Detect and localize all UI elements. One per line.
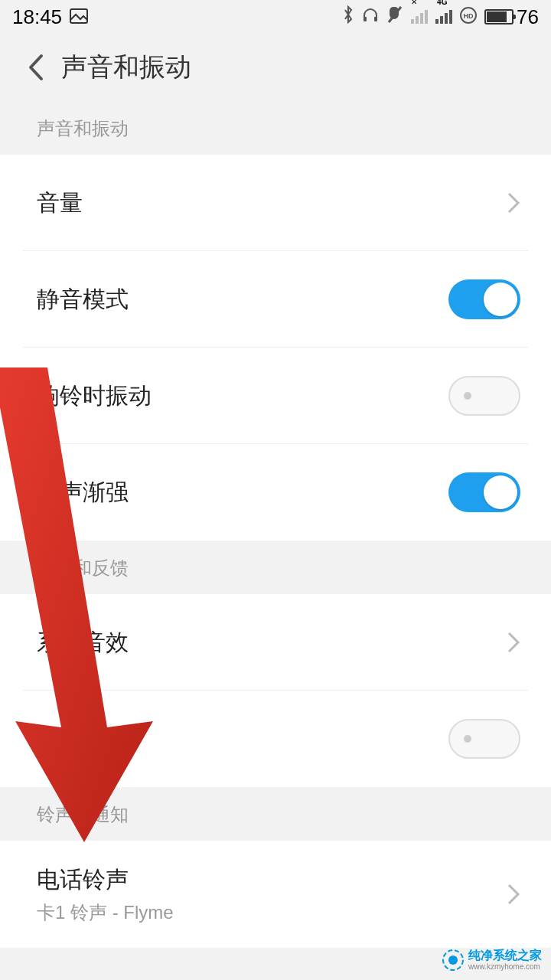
signal-icon-2: 4G	[435, 5, 452, 29]
list-ringtone: 电话铃声 卡1 铃声 - Flyme	[0, 841, 551, 948]
item-vibrate-on-ring[interactable]: 响铃时振动	[0, 348, 551, 444]
label-touch-feedback: 触摸反馈	[37, 724, 129, 755]
mute-icon	[386, 5, 403, 29]
bluetooth-icon	[342, 5, 354, 29]
signal-icon-1: ✕	[411, 5, 428, 29]
item-ascending-ringtone[interactable]: 铃声渐强	[0, 444, 551, 541]
label-system-sound: 系统音效	[37, 627, 129, 658]
label-silent-mode: 静音模式	[37, 284, 129, 315]
app-header: 声音和振动	[0, 34, 551, 101]
watermark-title: 纯净系统之家	[468, 949, 542, 962]
item-silent-mode[interactable]: 静音模式	[0, 251, 551, 348]
watermark: 纯净系统之家 www.kzmyhome.com	[442, 949, 542, 971]
section-header-ringtone: 铃声和通知	[0, 787, 551, 841]
label-vibrate-on-ring: 响铃时振动	[37, 381, 152, 412]
toggle-touch-feedback[interactable]	[448, 719, 520, 759]
chevron-right-icon	[507, 191, 520, 214]
label-ascending-ringtone: 铃声渐强	[37, 477, 129, 508]
battery-indicator: 76	[484, 5, 539, 29]
item-phone-ringtone[interactable]: 电话铃声 卡1 铃声 - Flyme	[0, 841, 551, 948]
page-title: 声音和振动	[61, 50, 191, 85]
item-system-sound[interactable]: 系统音效	[0, 594, 551, 691]
sub-phone-ringtone: 卡1 铃声 - Flyme	[37, 900, 174, 925]
toggle-ascending-ringtone[interactable]	[448, 472, 520, 512]
watermark-logo-icon	[442, 949, 464, 971]
gallery-icon	[70, 5, 88, 29]
item-touch-feedback[interactable]: 触摸反馈	[0, 691, 551, 787]
svg-point-8	[448, 956, 458, 965]
svg-rect-1	[364, 17, 367, 21]
status-bar: 18:45 ✕ 4G HD	[0, 0, 551, 34]
item-volume[interactable]: 音量	[0, 155, 551, 251]
back-button[interactable]	[12, 53, 58, 82]
headset-icon	[362, 5, 379, 29]
hd-icon: HD	[460, 5, 477, 29]
svg-text:HD: HD	[464, 12, 474, 20]
watermark-url: www.kzmyhome.com	[468, 963, 542, 971]
battery-level: 76	[517, 5, 539, 29]
section-header-feedback: 音效和反馈	[0, 541, 551, 594]
section-header-sound: 声音和振动	[0, 101, 551, 155]
label-volume: 音量	[37, 188, 83, 219]
toggle-vibrate-on-ring[interactable]	[448, 376, 520, 416]
toggle-silent-mode[interactable]	[448, 279, 520, 319]
list-feedback: 系统音效 触摸反馈	[0, 594, 551, 787]
svg-rect-0	[70, 9, 87, 23]
status-time: 18:45	[12, 5, 62, 29]
label-phone-ringtone: 电话铃声	[37, 864, 174, 896]
svg-rect-2	[374, 17, 377, 21]
chevron-right-icon	[507, 631, 520, 654]
chevron-right-icon	[507, 883, 520, 906]
list-sound: 音量 静音模式 响铃时振动 铃声渐强	[0, 155, 551, 541]
